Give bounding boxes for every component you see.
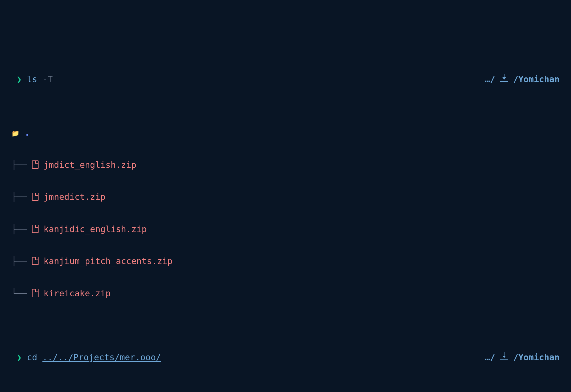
- zip-icon: [32, 289, 39, 297]
- command-arg: -T: [42, 74, 53, 85]
- tree-file: kanjium_pitch_accents.zip: [44, 256, 173, 267]
- tree-root: .: [25, 127, 30, 138]
- path-indicator: …/ /Yomichan: [485, 352, 560, 363]
- command-cd[interactable]: cd: [27, 352, 37, 363]
- download-icon: [500, 352, 508, 360]
- path-indicator: …/ /Yomichan: [485, 74, 560, 85]
- download-icon: [500, 74, 508, 82]
- tree-file: jmdict_english.zip: [44, 160, 136, 170]
- folder-icon: 📁: [11, 129, 19, 137]
- command-ls[interactable]: ls: [27, 74, 37, 85]
- prompt-arrow-icon: ❯: [17, 352, 22, 363]
- zip-icon: [32, 225, 39, 233]
- path-dir: /Yomichan: [513, 74, 560, 85]
- tree-file: kanjidic_english.zip: [44, 224, 147, 235]
- zip-icon: [32, 193, 39, 201]
- prompt-line-1: ❯ ls -T …/ /Yomichan: [11, 74, 560, 85]
- prompt-arrow-icon: ❯: [17, 74, 22, 85]
- path-dir: /Yomichan: [513, 352, 560, 363]
- path-prefix: …/: [485, 74, 495, 85]
- prompt-line-2: ❯ cd ../../Projects/mer.ooo/ …/ /Yomicha…: [11, 352, 560, 363]
- path-prefix: …/: [485, 352, 495, 363]
- zip-icon: [32, 160, 39, 169]
- cd-path[interactable]: ../../Projects/mer.ooo/: [42, 352, 161, 363]
- tree-output: 📁 . ├── jmdict_english.zip ├── jmnedict.…: [11, 106, 560, 309]
- tree-file: jmnedict.zip: [44, 192, 106, 202]
- tree-file: kireicake.zip: [44, 288, 111, 299]
- zip-icon: [32, 257, 39, 265]
